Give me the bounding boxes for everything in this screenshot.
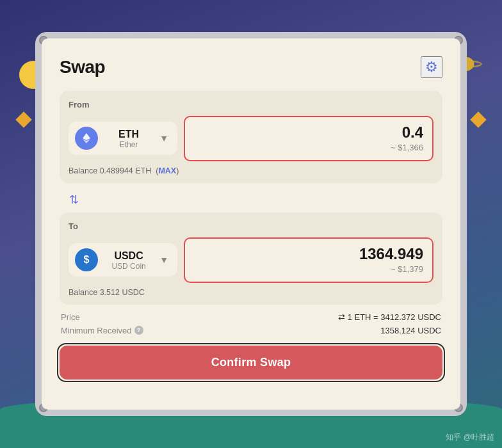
from-label: From [69, 100, 433, 109]
usdc-icon: $ [75, 248, 98, 271]
eth-info: ETH Ether [104, 128, 153, 150]
svg-marker-2 [83, 133, 90, 140]
watermark: 知乎 @叶胜超 [446, 432, 494, 443]
to-amount-usd: ~ $1,379 [194, 264, 423, 275]
max-button[interactable]: MAX [158, 166, 176, 175]
price-label: Price [61, 312, 80, 322]
confirm-button-wrapper: Confirm Swap [60, 346, 442, 380]
panel-inner: Swap ⚙ From ETH Ether [42, 38, 460, 410]
to-balance-text: Balance 3.512 USDC [69, 288, 145, 297]
from-amount-box: 0.4 ~ $1,366 [184, 116, 433, 161]
confirm-swap-button[interactable]: Confirm Swap [60, 346, 442, 380]
from-token-selector[interactable]: ETH Ether ▼ [69, 122, 177, 155]
swap-arrows-icon: ⇅ [69, 193, 79, 207]
to-amount-value: 1364.949 [194, 245, 423, 264]
gear-icon: ⚙ [425, 59, 438, 76]
from-balance-text: Balance 0.489944 ETH [69, 166, 151, 175]
title-row: Swap ⚙ [60, 56, 442, 78]
from-section: From ETH Ether ▼ 0.4 [60, 91, 442, 183]
panel-outer: Swap ⚙ From ETH Ether [35, 32, 467, 416]
to-section: To $ USDC USD Coin ▼ 1364.949 ~ $1,379 [60, 212, 442, 305]
swap-direction-button[interactable]: ⇅ [63, 189, 84, 210]
from-amount-usd: ~ $1,366 [194, 142, 423, 154]
to-token-subname: USD Coin [104, 262, 153, 271]
to-amount-box: 1364.949 ~ $1,379 [184, 237, 433, 283]
min-received-label: Minimum Received ? [61, 326, 143, 335]
from-amount-value: 0.4 [194, 124, 423, 142]
from-body: ETH Ether ▼ 0.4 ~ $1,366 [69, 116, 433, 161]
min-received-value: 1358.124 USDC [380, 326, 441, 335]
to-token-selector[interactable]: $ USDC USD Coin ▼ [69, 243, 177, 276]
eth-icon [75, 127, 98, 150]
to-body: $ USDC USD Coin ▼ 1364.949 ~ $1,379 [69, 237, 433, 283]
from-chevron-icon: ▼ [159, 133, 168, 143]
usdc-info: USDC USD Coin [104, 250, 153, 271]
from-token-name: ETH [104, 128, 153, 140]
price-info-row: Price ⇄ 1 ETH = 3412.372 USDC [60, 312, 442, 322]
from-token-subname: Ether [104, 140, 153, 149]
price-value: ⇄ 1 ETH = 3412.372 USDC [338, 312, 441, 322]
to-chevron-icon: ▼ [159, 255, 168, 265]
info-icon[interactable]: ? [134, 326, 143, 335]
min-received-row: Minimum Received ? 1358.124 USDC [60, 326, 442, 335]
page-title: Swap [60, 57, 105, 77]
settings-button[interactable]: ⚙ [421, 56, 442, 78]
to-token-name: USDC [104, 250, 153, 262]
swap-arrow-row: ⇅ [60, 187, 442, 212]
to-balance-row: Balance 3.512 USDC [69, 288, 433, 297]
from-balance-row: Balance 0.489944 ETH (MAX) [69, 166, 433, 175]
to-label: To [69, 221, 433, 231]
